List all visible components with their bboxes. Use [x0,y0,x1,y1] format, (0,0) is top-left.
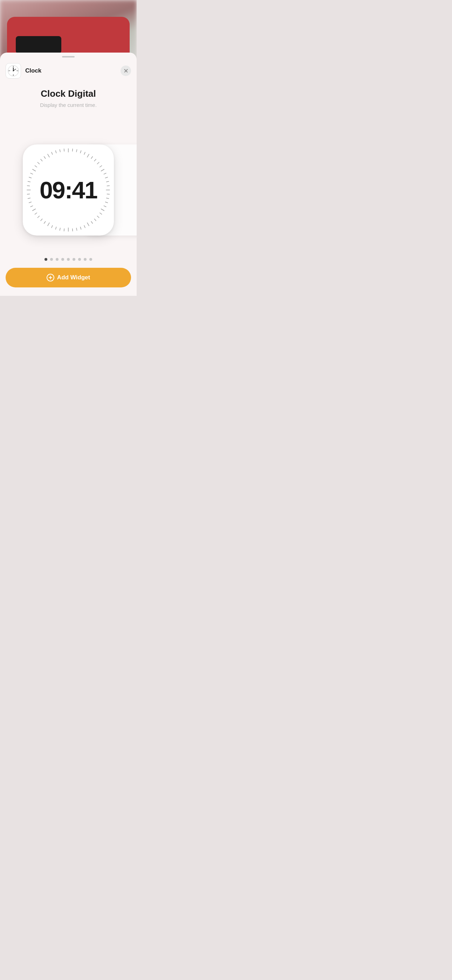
svg-point-9 [13,70,14,72]
svg-line-22 [97,162,99,164]
svg-line-40 [84,225,85,228]
dot-7 [84,258,86,261]
svg-line-38 [91,221,92,224]
svg-line-16 [76,150,77,152]
dot-6 [78,258,81,261]
svg-line-35 [100,213,102,214]
svg-line-49 [48,223,49,226]
svg-line-27 [107,181,109,181]
close-button[interactable] [121,65,131,76]
dot-8 [89,258,92,261]
svg-line-53 [35,213,37,214]
svg-line-32 [105,202,108,203]
svg-text:9: 9 [10,70,10,72]
svg-line-28 [107,186,109,186]
svg-line-23 [100,166,102,167]
app-name-label: Clock [25,67,41,74]
svg-line-42 [76,228,77,231]
svg-line-65 [35,166,37,167]
svg-text:6: 6 [13,74,14,76]
svg-line-71 [56,151,56,153]
svg-line-30 [107,194,109,194]
svg-line-33 [104,206,106,207]
svg-line-48 [51,225,53,228]
svg-line-36 [97,216,99,218]
bottom-sheet: 12 3 6 9 Clock Clock Digital Display the… [0,52,137,296]
svg-line-70 [51,152,53,154]
add-widget-label: Add Widget [57,274,90,281]
app-icon: 12 3 6 9 [6,63,21,78]
svg-line-19 [87,154,89,158]
svg-line-50 [44,221,46,224]
svg-line-47 [56,227,56,229]
svg-line-64 [33,169,36,171]
svg-line-43 [73,229,73,231]
add-widget-plus-icon [46,274,54,282]
dot-0 [45,258,47,261]
svg-line-17 [80,151,81,153]
svg-line-18 [84,152,85,154]
sheet-handle [62,56,75,57]
svg-line-66 [38,162,39,164]
svg-line-55 [30,206,33,207]
dot-3 [61,258,64,261]
svg-line-61 [28,181,30,181]
dot-5 [73,258,75,261]
svg-line-60 [27,186,30,186]
svg-line-21 [94,159,96,161]
svg-line-15 [73,149,73,151]
add-widget-button[interactable]: Add Widget [6,268,131,287]
dot-2 [56,258,59,261]
svg-text:12: 12 [13,67,14,68]
clock-time-display: 09:41 [40,176,97,204]
svg-line-56 [29,202,32,203]
svg-line-39 [87,223,89,226]
svg-line-51 [41,219,42,221]
background-card-inner [16,36,61,54]
svg-line-52 [38,216,39,218]
svg-line-37 [94,219,96,221]
widget-subtitle: Display the current time. [40,102,97,108]
svg-line-41 [80,227,81,229]
dot-4 [67,258,70,261]
svg-line-20 [91,157,92,159]
svg-line-58 [27,194,30,194]
page-dots [45,258,92,261]
svg-line-34 [101,209,104,211]
svg-line-62 [29,177,32,178]
svg-line-63 [30,173,33,174]
widget-title: Clock Digital [41,88,95,99]
svg-text:3: 3 [16,70,17,72]
dot-1 [50,258,53,261]
svg-line-25 [104,173,106,174]
clock-widget: 09:41 [23,145,114,235]
svg-line-68 [44,157,46,159]
svg-line-69 [48,154,49,158]
svg-line-24 [101,169,104,171]
sheet-header: 12 3 6 9 Clock [0,63,137,78]
svg-line-54 [33,209,36,211]
svg-line-67 [41,159,42,161]
widget-preview-area: 09:41 [0,122,137,258]
svg-line-26 [105,177,108,178]
